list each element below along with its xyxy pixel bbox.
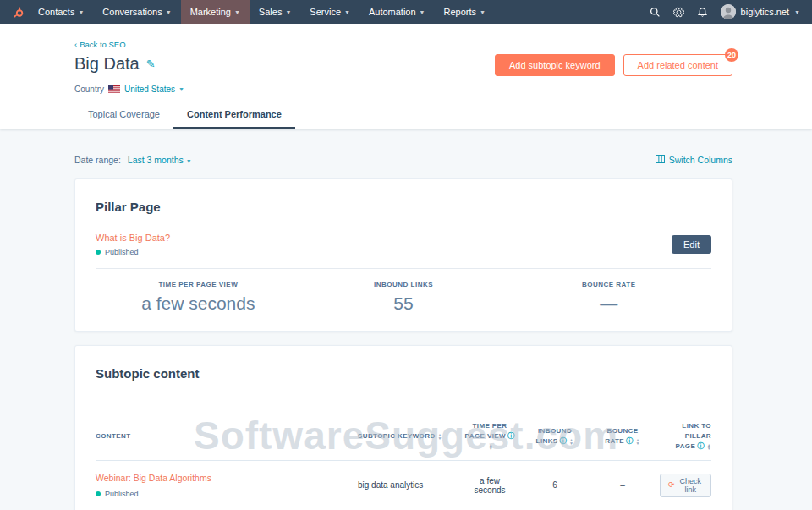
notifications-bell-icon[interactable] bbox=[692, 0, 714, 24]
nav-item-reports[interactable]: Reports▼ bbox=[435, 0, 495, 24]
edit-title-pencil-icon[interactable]: ✎ bbox=[146, 58, 156, 70]
account-menu[interactable]: biglytics.net ▼ bbox=[716, 4, 805, 19]
sort-toggle[interactable]: ▲▼ bbox=[635, 438, 639, 445]
chevron-down-icon: ▼ bbox=[420, 9, 425, 15]
sort-toggle[interactable]: ▲▼ bbox=[569, 438, 573, 445]
col-subtopic-keyword: SUBTOPIC KEYWORD▲▼ bbox=[358, 431, 455, 441]
us-flag-icon bbox=[108, 85, 120, 93]
columns-icon bbox=[656, 155, 665, 165]
pillar-page-heading: Pillar Page bbox=[96, 200, 711, 214]
info-icon[interactable]: ⓘ bbox=[697, 442, 704, 450]
row-status: Published bbox=[96, 490, 349, 498]
pillar-page-card: Pillar Page What is Big Data? Published … bbox=[74, 178, 732, 332]
page-header: ‹ Back to SEO Big Data ✎ Add subtopic ke… bbox=[0, 24, 812, 129]
tab-content-performance[interactable]: Content Performance bbox=[173, 102, 295, 129]
nav-utilities: biglytics.net ▼ bbox=[645, 0, 805, 24]
bounce-rate-cell: – bbox=[594, 480, 651, 490]
chevron-down-icon: ▼ bbox=[480, 9, 486, 15]
chevron-down-icon: ▼ bbox=[794, 9, 800, 15]
search-icon[interactable] bbox=[645, 0, 667, 24]
check-link-button[interactable]: ⟳ Check link bbox=[660, 474, 711, 497]
nav-menu: Contacts▼ Conversations▼ Marketing▼ Sale… bbox=[29, 0, 495, 24]
top-nav: Contacts▼ Conversations▼ Marketing▼ Sale… bbox=[0, 0, 812, 24]
hubspot-logo-icon[interactable] bbox=[7, 6, 29, 19]
add-subtopic-keyword-button[interactable]: Add subtopic keyword bbox=[495, 54, 615, 76]
stat-inbound-links: INBOUND LINKS 55 bbox=[301, 281, 507, 314]
nav-item-automation[interactable]: Automation▼ bbox=[359, 0, 435, 24]
date-range-control: Date range: Last 3 months ▼ bbox=[74, 155, 192, 165]
chevron-down-icon: ▼ bbox=[166, 9, 172, 15]
sort-toggle[interactable]: ▲▼ bbox=[489, 443, 493, 450]
stat-bounce-rate: BOUNCE RATE — bbox=[506, 281, 711, 314]
country-selector[interactable]: United States ▼ bbox=[124, 85, 184, 94]
col-inbound-links: INBOUND LINKSⓘ▲▼ bbox=[524, 426, 585, 447]
table-header: CONTENT SUBTOPIC KEYWORD▲▼ TIME PER PAGE… bbox=[96, 399, 711, 461]
date-range-selector[interactable]: Last 3 months ▼ bbox=[128, 155, 192, 165]
table-row: Webinar: Big Data Algorithms Published b… bbox=[96, 461, 711, 510]
chevron-down-icon: ▼ bbox=[344, 9, 350, 15]
back-to-seo-link[interactable]: ‹ Back to SEO bbox=[74, 40, 126, 49]
sort-toggle[interactable]: ▲▼ bbox=[707, 443, 711, 450]
chevron-down-icon: ▼ bbox=[285, 9, 291, 15]
nav-item-contacts[interactable]: Contacts▼ bbox=[29, 0, 93, 24]
date-range-label: Date range: bbox=[74, 155, 121, 165]
chevron-down-icon: ▼ bbox=[78, 9, 84, 15]
published-dot-icon bbox=[96, 250, 101, 255]
tab-bar: Topical Coverage Content Performance bbox=[74, 102, 812, 129]
avatar bbox=[721, 4, 736, 19]
main-content: Date range: Last 3 months ▼ Switch Colum… bbox=[0, 155, 812, 510]
country-label: Country bbox=[74, 85, 104, 94]
info-icon[interactable]: ⓘ bbox=[508, 432, 514, 440]
edit-pillar-button[interactable]: Edit bbox=[672, 235, 711, 254]
col-content: CONTENT bbox=[96, 431, 349, 441]
gear-icon[interactable] bbox=[668, 0, 690, 24]
col-bounce-rate: BOUNCE RATEⓘ▲▼ bbox=[594, 426, 651, 447]
published-dot-icon bbox=[96, 491, 101, 496]
col-time-per-page-view: TIME PER PAGE VIEWⓘ▲▼ bbox=[464, 421, 516, 452]
col-link-to-pillar-page: LINK TO PILLAR PAGEⓘ▲▼ bbox=[660, 421, 711, 452]
subtopic-content-heading: Subtopic content bbox=[96, 366, 711, 381]
tab-topical-coverage[interactable]: Topical Coverage bbox=[74, 102, 173, 129]
add-related-content-button[interactable]: Add related content 20 bbox=[623, 54, 732, 76]
switch-columns-button[interactable]: Switch Columns bbox=[656, 155, 732, 165]
nav-item-conversations[interactable]: Conversations▼ bbox=[93, 0, 180, 24]
chevron-down-icon: ▼ bbox=[178, 86, 184, 92]
subtopic-keyword-cell: big data analytics bbox=[358, 480, 455, 490]
time-cell: a few seconds bbox=[464, 476, 516, 495]
stat-time-per-page-view: TIME PER PAGE VIEW a few seconds bbox=[96, 281, 301, 314]
inbound-links-cell: 6 bbox=[524, 480, 585, 490]
nav-item-marketing[interactable]: Marketing▼ bbox=[181, 0, 250, 24]
sort-toggle[interactable]: ▲▼ bbox=[438, 433, 442, 440]
refresh-link-icon: ⟳ bbox=[668, 481, 675, 489]
pillar-status: Published bbox=[96, 248, 170, 256]
pillar-page-link[interactable]: What is Big Data? bbox=[96, 233, 170, 243]
subtopic-content-link[interactable]: Webinar: Big Data Algorithms bbox=[96, 473, 349, 485]
page-title: Big Data ✎ bbox=[74, 54, 156, 74]
info-icon[interactable]: ⓘ bbox=[626, 437, 633, 445]
nav-item-service[interactable]: Service▼ bbox=[300, 0, 359, 24]
info-icon[interactable]: ⓘ bbox=[560, 437, 567, 445]
chevron-down-icon: ▼ bbox=[234, 9, 240, 15]
subtopic-content-card: Subtopic content CONTENT SUBTOPIC KEYWOR… bbox=[74, 345, 732, 510]
chevron-left-icon: ‹ bbox=[74, 40, 77, 49]
nav-item-sales[interactable]: Sales▼ bbox=[250, 0, 300, 24]
related-content-count-badge: 20 bbox=[725, 48, 738, 62]
pillar-stats: TIME PER PAGE VIEW a few seconds INBOUND… bbox=[96, 281, 711, 314]
account-name: biglytics.net bbox=[741, 7, 789, 17]
chevron-down-icon: ▼ bbox=[186, 158, 192, 164]
